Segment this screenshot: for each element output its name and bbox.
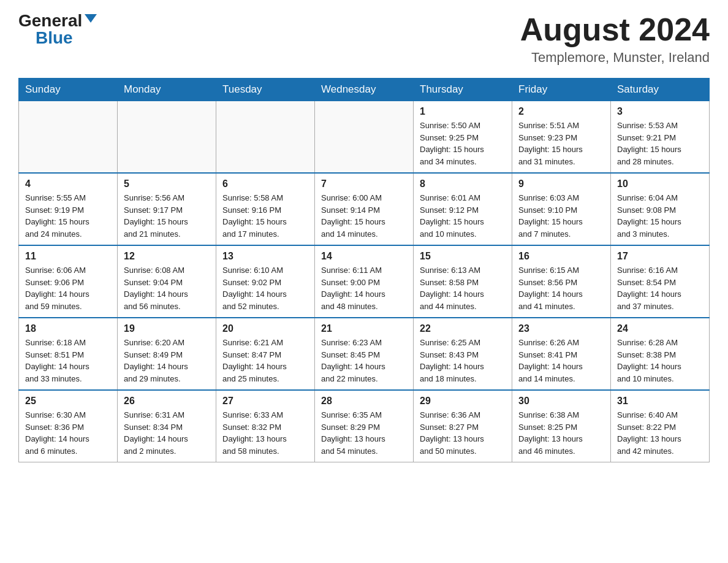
- day-number: 5: [124, 178, 210, 190]
- calendar-cell: 12Sunrise: 6:08 AM Sunset: 9:04 PM Dayli…: [118, 245, 216, 318]
- week-row-2: 4Sunrise: 5:55 AM Sunset: 9:19 PM Daylig…: [19, 173, 710, 245]
- weekday-header-monday: Monday: [118, 79, 216, 101]
- day-number: 22: [420, 323, 506, 334]
- calendar-cell: 13Sunrise: 6:10 AM Sunset: 9:02 PM Dayli…: [216, 245, 315, 318]
- day-number: 6: [222, 178, 308, 190]
- day-info: Sunrise: 6:23 AM Sunset: 8:45 PM Dayligh…: [321, 337, 407, 385]
- calendar-cell: 8Sunrise: 6:01 AM Sunset: 9:12 PM Daylig…: [414, 173, 512, 245]
- day-info: Sunrise: 6:21 AM Sunset: 8:47 PM Dayligh…: [222, 337, 308, 385]
- calendar-cell: 30Sunrise: 6:38 AM Sunset: 8:25 PM Dayli…: [512, 390, 611, 462]
- calendar-table: SundayMondayTuesdayWednesdayThursdayFrid…: [18, 78, 710, 462]
- day-number: 12: [124, 251, 210, 262]
- day-number: 19: [124, 323, 210, 334]
- day-number: 7: [321, 178, 407, 190]
- calendar-cell: 14Sunrise: 6:11 AM Sunset: 9:00 PM Dayli…: [315, 245, 414, 318]
- calendar-cell: 3Sunrise: 5:53 AM Sunset: 9:21 PM Daylig…: [611, 101, 710, 174]
- day-number: 28: [321, 396, 407, 407]
- day-info: Sunrise: 6:40 AM Sunset: 8:22 PM Dayligh…: [617, 409, 703, 457]
- day-info: Sunrise: 6:35 AM Sunset: 8:29 PM Dayligh…: [321, 409, 407, 457]
- day-info: Sunrise: 6:06 AM Sunset: 9:06 PM Dayligh…: [25, 264, 111, 312]
- week-row-5: 25Sunrise: 6:30 AM Sunset: 8:36 PM Dayli…: [19, 390, 710, 462]
- day-info: Sunrise: 6:08 AM Sunset: 9:04 PM Dayligh…: [124, 264, 210, 312]
- weekday-header-tuesday: Tuesday: [216, 79, 315, 101]
- week-row-3: 11Sunrise: 6:06 AM Sunset: 9:06 PM Dayli…: [19, 245, 710, 318]
- title-area: August 2024 Templemore, Munster, Ireland: [520, 12, 710, 66]
- calendar-cell: 17Sunrise: 6:16 AM Sunset: 8:54 PM Dayli…: [611, 245, 710, 318]
- day-info: Sunrise: 6:03 AM Sunset: 9:10 PM Dayligh…: [518, 192, 604, 240]
- day-number: 20: [222, 323, 308, 334]
- day-number: 10: [617, 178, 703, 190]
- month-title: August 2024: [520, 12, 710, 47]
- day-number: 16: [518, 251, 604, 262]
- calendar-cell: [118, 101, 216, 174]
- calendar-cell: 27Sunrise: 6:33 AM Sunset: 8:32 PM Dayli…: [216, 390, 315, 462]
- day-info: Sunrise: 6:20 AM Sunset: 8:49 PM Dayligh…: [124, 337, 210, 385]
- calendar-cell: 15Sunrise: 6:13 AM Sunset: 8:58 PM Dayli…: [414, 245, 512, 318]
- location: Templemore, Munster, Ireland: [520, 50, 710, 66]
- calendar-cell: 7Sunrise: 6:00 AM Sunset: 9:14 PM Daylig…: [315, 173, 414, 245]
- calendar-cell: 18Sunrise: 6:18 AM Sunset: 8:51 PM Dayli…: [19, 318, 118, 390]
- calendar-cell: 2Sunrise: 5:51 AM Sunset: 9:23 PM Daylig…: [512, 101, 611, 174]
- calendar-cell: 25Sunrise: 6:30 AM Sunset: 8:36 PM Dayli…: [19, 390, 118, 462]
- day-info: Sunrise: 6:18 AM Sunset: 8:51 PM Dayligh…: [25, 337, 111, 385]
- day-number: 23: [518, 323, 604, 334]
- day-number: 30: [518, 396, 604, 407]
- day-number: 14: [321, 251, 407, 262]
- day-info: Sunrise: 6:10 AM Sunset: 9:02 PM Dayligh…: [222, 264, 308, 312]
- weekday-header-wednesday: Wednesday: [315, 79, 414, 101]
- calendar-cell: [19, 101, 118, 174]
- day-number: 15: [420, 251, 506, 262]
- calendar-cell: [216, 101, 315, 174]
- calendar-cell: 24Sunrise: 6:28 AM Sunset: 8:38 PM Dayli…: [611, 318, 710, 390]
- day-number: 4: [25, 178, 111, 190]
- calendar-cell: 28Sunrise: 6:35 AM Sunset: 8:29 PM Dayli…: [315, 390, 414, 462]
- calendar-cell: 11Sunrise: 6:06 AM Sunset: 9:06 PM Dayli…: [19, 245, 118, 318]
- weekday-header-row: SundayMondayTuesdayWednesdayThursdayFrid…: [19, 79, 710, 101]
- day-number: 11: [25, 251, 111, 262]
- calendar-cell: 26Sunrise: 6:31 AM Sunset: 8:34 PM Dayli…: [118, 390, 216, 462]
- calendar-cell: 31Sunrise: 6:40 AM Sunset: 8:22 PM Dayli…: [611, 390, 710, 462]
- logo-triangle-icon: [85, 14, 97, 23]
- day-number: 24: [617, 323, 703, 334]
- week-row-1: 1Sunrise: 5:50 AM Sunset: 9:25 PM Daylig…: [19, 101, 710, 174]
- day-info: Sunrise: 6:31 AM Sunset: 8:34 PM Dayligh…: [124, 409, 210, 457]
- weekday-header-sunday: Sunday: [19, 79, 118, 101]
- day-info: Sunrise: 6:01 AM Sunset: 9:12 PM Dayligh…: [420, 192, 506, 240]
- calendar-cell: 29Sunrise: 6:36 AM Sunset: 8:27 PM Dayli…: [414, 390, 512, 462]
- day-info: Sunrise: 6:30 AM Sunset: 8:36 PM Dayligh…: [25, 409, 111, 457]
- day-info: Sunrise: 5:55 AM Sunset: 9:19 PM Dayligh…: [25, 192, 111, 240]
- day-info: Sunrise: 6:13 AM Sunset: 8:58 PM Dayligh…: [420, 264, 506, 312]
- page-header: General Blue August 2024 Templemore, Mun…: [18, 12, 710, 66]
- calendar-cell: [315, 101, 414, 174]
- day-info: Sunrise: 6:36 AM Sunset: 8:27 PM Dayligh…: [420, 409, 506, 457]
- day-info: Sunrise: 5:58 AM Sunset: 9:16 PM Dayligh…: [222, 192, 308, 240]
- day-info: Sunrise: 6:28 AM Sunset: 8:38 PM Dayligh…: [617, 337, 703, 385]
- calendar-cell: 9Sunrise: 6:03 AM Sunset: 9:10 PM Daylig…: [512, 173, 611, 245]
- logo-blue: Blue: [36, 29, 73, 47]
- day-number: 3: [617, 106, 703, 117]
- day-info: Sunrise: 6:00 AM Sunset: 9:14 PM Dayligh…: [321, 192, 407, 240]
- week-row-4: 18Sunrise: 6:18 AM Sunset: 8:51 PM Dayli…: [19, 318, 710, 390]
- calendar-cell: 6Sunrise: 5:58 AM Sunset: 9:16 PM Daylig…: [216, 173, 315, 245]
- day-info: Sunrise: 6:04 AM Sunset: 9:08 PM Dayligh…: [617, 192, 703, 240]
- logo-general: General: [18, 12, 82, 29]
- calendar-cell: 10Sunrise: 6:04 AM Sunset: 9:08 PM Dayli…: [611, 173, 710, 245]
- calendar-cell: 5Sunrise: 5:56 AM Sunset: 9:17 PM Daylig…: [118, 173, 216, 245]
- day-number: 17: [617, 251, 703, 262]
- day-info: Sunrise: 6:11 AM Sunset: 9:00 PM Dayligh…: [321, 264, 407, 312]
- day-info: Sunrise: 5:50 AM Sunset: 9:25 PM Dayligh…: [420, 120, 506, 167]
- calendar-cell: 21Sunrise: 6:23 AM Sunset: 8:45 PM Dayli…: [315, 318, 414, 390]
- calendar-cell: 20Sunrise: 6:21 AM Sunset: 8:47 PM Dayli…: [216, 318, 315, 390]
- day-number: 29: [420, 396, 506, 407]
- calendar-cell: 22Sunrise: 6:25 AM Sunset: 8:43 PM Dayli…: [414, 318, 512, 390]
- day-info: Sunrise: 5:56 AM Sunset: 9:17 PM Dayligh…: [124, 192, 210, 240]
- day-number: 9: [518, 178, 604, 190]
- day-info: Sunrise: 6:16 AM Sunset: 8:54 PM Dayligh…: [617, 264, 703, 312]
- logo: General Blue: [18, 12, 97, 47]
- day-number: 2: [518, 106, 604, 117]
- day-info: Sunrise: 6:26 AM Sunset: 8:41 PM Dayligh…: [518, 337, 604, 385]
- day-info: Sunrise: 6:15 AM Sunset: 8:56 PM Dayligh…: [518, 264, 604, 312]
- calendar-cell: 1Sunrise: 5:50 AM Sunset: 9:25 PM Daylig…: [414, 101, 512, 174]
- day-number: 27: [222, 396, 308, 407]
- day-info: Sunrise: 5:53 AM Sunset: 9:21 PM Dayligh…: [617, 120, 703, 167]
